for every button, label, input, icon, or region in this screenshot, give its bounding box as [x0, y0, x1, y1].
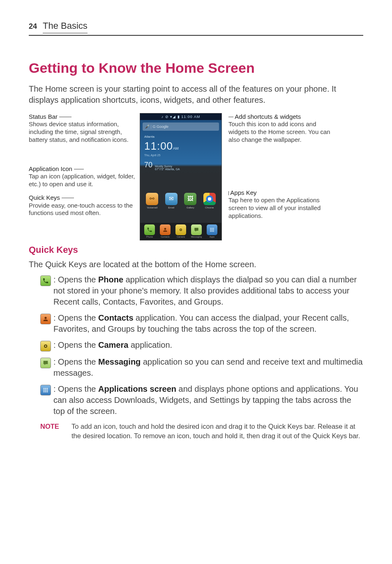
- clock-am: AM: [173, 146, 179, 150]
- qk-item-phone: : Opens the Phone application which disp…: [40, 274, 363, 307]
- quick-keys-heading: Quick Keys: [29, 244, 363, 256]
- quick-keys-intro: The Quick Keys are located at the bottom…: [29, 259, 363, 270]
- weather-loc: 67°/72° Atlanta, GA: [155, 168, 180, 171]
- app-email: ✉Email: [164, 193, 179, 209]
- svg-rect-13: [44, 388, 45, 389]
- svg-rect-16: [44, 390, 45, 391]
- callout-add-shortcuts: Add shortcuts & widgets Touch this icon …: [228, 113, 333, 144]
- callout-title: Quick Keys: [29, 194, 60, 201]
- callout-desc: Touch this icon to add icons and widgets…: [228, 120, 330, 143]
- section-name: The Basics: [43, 20, 88, 33]
- svg-rect-7: [213, 229, 214, 230]
- svg-rect-4: [213, 228, 214, 229]
- camera-icon: [175, 224, 186, 235]
- svg-rect-10: [213, 231, 214, 231]
- dock-messaging: Messaging: [190, 224, 203, 238]
- page-header: 24 The Basics: [29, 20, 363, 36]
- clock-time: 11:00: [144, 140, 173, 152]
- svg-rect-2: [210, 228, 211, 229]
- messaging-icon: [40, 358, 51, 368]
- svg-rect-14: [45, 388, 46, 389]
- callout-title: Status Bar: [29, 113, 58, 120]
- dock-apps: Apps: [205, 224, 219, 238]
- gallery-icon: 🖼: [184, 193, 196, 205]
- clock-city: Atlanta: [144, 135, 217, 139]
- weather-cond: Mostly Sunny: [155, 165, 172, 168]
- callout-title: Application Icon: [29, 165, 72, 172]
- qk-item-camera: : Opens the Camera application.: [40, 340, 363, 351]
- svg-rect-8: [210, 231, 211, 231]
- svg-point-1: [180, 229, 181, 230]
- voicemail-icon: ⚯: [146, 193, 158, 205]
- app-chrome: Chrome: [202, 193, 217, 209]
- clock-widget: Atlanta 11:00AM Thu, April 25: [140, 133, 221, 159]
- contacts-icon: [40, 314, 51, 324]
- email-icon: ✉: [165, 193, 178, 205]
- dock-phone: Phone: [143, 224, 156, 238]
- note-label: NOTE: [40, 422, 63, 440]
- callout-quick-keys: Quick Keys Provide easy, one-touch acces…: [29, 194, 136, 217]
- status-bar: ♪ ⊘ ▾◢ ▮ 11:00 AM: [140, 113, 221, 120]
- callout-application-icon: Application Icon Tap an icon (applicatio…: [29, 165, 136, 188]
- home-screen-diagram: Status Bar Shows device status informati…: [29, 113, 363, 240]
- dock-camera: Camera: [174, 224, 187, 238]
- google-search-widget: 🎤 | G Google: [143, 123, 219, 131]
- svg-point-12: [45, 346, 46, 347]
- callout-title: Apps Key: [230, 189, 256, 196]
- mic-icon: 🎤: [145, 124, 150, 129]
- svg-rect-17: [45, 390, 46, 391]
- qk-item-contacts: : Opens the Contacts application. You ca…: [40, 312, 363, 335]
- apps-icon: [207, 224, 217, 235]
- dock-contacts: Contacts: [159, 224, 172, 238]
- svg-rect-20: [45, 391, 46, 393]
- apps-icon: [40, 385, 51, 395]
- svg-rect-19: [44, 391, 45, 393]
- phone-mock: ♪ ⊘ ▾◢ ▮ 11:00 AM 🎤 | G Google Atlanta 1…: [140, 113, 222, 240]
- chrome-icon: [203, 193, 216, 205]
- page-number: 24: [29, 21, 37, 31]
- weather-temp: 70: [144, 160, 152, 170]
- note-block: NOTE To add an icon, touch and hold the …: [29, 422, 363, 440]
- search-hint: G Google: [152, 124, 168, 129]
- callout-apps-key: Apps Key Tap here to open the Applicatio…: [228, 189, 333, 220]
- phone-icon: [144, 224, 155, 235]
- svg-rect-5: [210, 229, 211, 230]
- clock-date: Thu, April 25: [144, 153, 217, 157]
- page-title: Getting to Know the Home Screen: [29, 59, 363, 78]
- svg-rect-15: [47, 388, 48, 389]
- callout-desc: Provide easy, one-touch access to the fu…: [29, 202, 133, 217]
- svg-rect-3: [212, 228, 212, 229]
- phone-icon: [40, 275, 51, 286]
- app-voicemail: ⚯Voicemail: [145, 193, 159, 209]
- svg-rect-6: [212, 229, 212, 230]
- weather-widget: 70 Mostly Sunny 67°/72° Atlanta, GA: [140, 159, 221, 173]
- qk-item-messaging: : Opens the Messaging application so you…: [40, 356, 363, 379]
- qk-item-apps: : Opens the Applications screen and disp…: [40, 384, 363, 417]
- callout-desc: Tap an icon (application, widget, folder…: [29, 173, 135, 187]
- intro-paragraph: The Home screen is your starting point t…: [29, 83, 363, 106]
- callout-status-bar: Status Bar Shows device status informati…: [29, 113, 136, 144]
- app-gallery: 🖼Gallery: [183, 193, 198, 209]
- note-text: To add an icon, touch and hold the desir…: [71, 422, 363, 440]
- callout-desc: Tap here to open the Applications screen…: [228, 196, 321, 219]
- messaging-icon: [191, 224, 202, 235]
- callout-desc: Shows device status information, includi…: [29, 120, 129, 143]
- app-row: ⚯Voicemail ✉Email 🖼Gallery Chrome: [140, 193, 221, 211]
- contacts-icon: [160, 224, 171, 235]
- svg-rect-9: [212, 231, 212, 231]
- camera-icon: [40, 341, 51, 351]
- svg-rect-21: [47, 391, 48, 393]
- svg-rect-18: [47, 390, 48, 391]
- dock: Phone Contacts Camera Messaging Apps: [140, 223, 221, 240]
- callout-title: Add shortcuts & widgets: [235, 113, 301, 120]
